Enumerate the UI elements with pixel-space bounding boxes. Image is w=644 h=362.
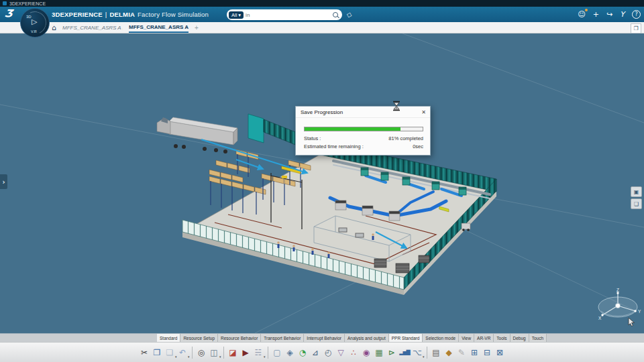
hierarchy-icon[interactable]: ⌥▾ xyxy=(412,345,423,359)
search-bar[interactable]: All ▾ xyxy=(227,9,342,20)
play-experience-icon[interactable]: ▶ xyxy=(240,345,252,359)
capture-camera-icon[interactable]: ▣ xyxy=(631,186,642,197)
dialog-titlebar[interactable]: Save Progression ✕ xyxy=(296,107,430,118)
dropdown-caret[interactable]: ▾ xyxy=(188,355,190,359)
undo-icon[interactable]: ↶▾ xyxy=(177,345,189,359)
snapshot-window-icon[interactable]: ▢ xyxy=(272,345,283,359)
gauge-icon[interactable]: ◴ xyxy=(323,345,334,359)
ribbon-tab-ppr-standard[interactable]: PPR Standard xyxy=(389,334,423,342)
undo-icon-glyph: ↶ xyxy=(179,348,186,357)
molecule-flow-icon-glyph: ∴ xyxy=(351,348,356,357)
molecule-flow-icon[interactable]: ∴ xyxy=(348,345,360,359)
ribbon-tab-resource-setup[interactable]: Resource Setup xyxy=(180,334,218,342)
dialog-body: Status : 81% completed Estimated time re… xyxy=(296,118,430,155)
brand-platform: 3DEXPERIENCE xyxy=(52,11,103,18)
db-export-sync-icon-glyph: ⊠ xyxy=(496,348,503,357)
help-icon[interactable]: ? xyxy=(632,10,641,19)
panel-expander-chevron[interactable]: › xyxy=(0,174,7,189)
media-layers-icon[interactable]: ❏ xyxy=(631,198,642,209)
toolbar-icons: ✂❐❏▾↶▾◎◫▾◪▶☵▾▢◈◔⊿◴▽∴◉▦⊳▂▅▇⌥▾▤◆✎⊞⊟⊠ xyxy=(0,342,644,362)
bar-chart-icon[interactable]: ▂▅▇ xyxy=(399,345,411,359)
ribbon-tab-ar-vr[interactable]: AR-VR xyxy=(474,334,494,342)
play-report-icon-glyph: ⊳ xyxy=(388,348,395,357)
filter-funnel-icon-glyph: ▽ xyxy=(337,348,343,357)
db-export-remove-icon[interactable]: ⊟ xyxy=(482,345,493,359)
zoom-search-icon[interactable]: ◎ xyxy=(196,345,207,359)
gauge-icon-glyph: ◴ xyxy=(325,348,331,357)
search-input[interactable] xyxy=(244,12,333,18)
line-chart-icon[interactable]: ⊿ xyxy=(310,345,321,359)
db-export-remove-icon-glyph: ⊟ xyxy=(484,348,490,357)
snapshot-window-icon-glyph: ▢ xyxy=(273,348,280,357)
db-export-add-icon[interactable]: ⊞ xyxy=(469,345,480,359)
new-tab-button[interactable]: + xyxy=(195,24,199,32)
media-publish-icon[interactable]: ◪ xyxy=(227,345,239,359)
machine-behavior-icon[interactable]: ☵▾ xyxy=(253,345,264,359)
cube-token-icon[interactable]: ◆ xyxy=(443,345,455,359)
dropdown-caret[interactable]: ▾ xyxy=(264,355,266,359)
filter-funnel-icon[interactable]: ▽ xyxy=(335,345,347,359)
ribbon-tab-interrupt-behavior[interactable]: Interrupt Behavior xyxy=(304,334,345,342)
copy-icon[interactable]: ❐ xyxy=(152,345,163,359)
home-icon[interactable]: ⌂ xyxy=(52,24,56,32)
cut-icon-glyph: ✂ xyxy=(141,348,148,357)
monitor-icon[interactable]: ▤ xyxy=(431,345,442,359)
tag-icon[interactable]: ◇ xyxy=(346,10,353,19)
teal-wall-panel xyxy=(248,114,264,143)
search-scope-dropdown[interactable]: All ▾ xyxy=(229,11,244,19)
eta-label: Estimated time remaining : xyxy=(304,143,364,149)
catalog-browser-icon-glyph: ◫ xyxy=(210,348,217,357)
ribbon-tab-resource-behavior[interactable]: Resource Behavior xyxy=(218,334,261,342)
db-export-sync-icon[interactable]: ⊠ xyxy=(494,345,506,359)
axis-x-label: X xyxy=(598,316,602,320)
paste-icon[interactable]: ❏▾ xyxy=(164,345,176,359)
tab-mffs-crane-asrs-a[interactable]: MFFS_CRANE_ASRS A xyxy=(129,22,189,33)
cut-icon[interactable]: ✂ xyxy=(139,345,150,359)
ribbon-tab-view[interactable]: View xyxy=(459,334,474,342)
community-icon[interactable]: Y xyxy=(620,10,625,19)
search-icon[interactable] xyxy=(333,12,338,17)
tab-mffs-crane-asrs-a-explore[interactable]: MFFS_CRANE_ASRS A (Explo xyxy=(62,25,123,31)
ribbon-tab-transport-behavior[interactable]: Transport Behavior xyxy=(261,334,304,342)
pie-report-icon[interactable]: ◔ xyxy=(297,345,309,359)
ribbon-tab-analysis-and-output[interactable]: Analysis and output xyxy=(345,334,389,342)
status-label: Status : xyxy=(304,135,321,141)
dassault-3ds-logo: Ʒ xyxy=(3,7,13,19)
progress-track xyxy=(304,127,423,131)
worker-analysis-icon-glyph: ◉ xyxy=(363,348,370,357)
ribbon-tab-standard[interactable]: Standard xyxy=(157,334,180,342)
ribbon-tab-tools[interactable]: Tools xyxy=(494,334,510,342)
3dexperience-compass-button[interactable]: 3D ▷ V.R xyxy=(20,8,50,38)
filter-edit-icon[interactable]: ✎ xyxy=(456,345,468,359)
chevron-down-icon: ▾ xyxy=(238,12,241,18)
compass-3d-label: 3D xyxy=(26,15,32,19)
status-value: 81% completed xyxy=(388,135,423,141)
document-tabbar: ⌂ MFFS_CRANE_ASRS A (Explo MFFS_CRANE_AS… xyxy=(0,22,644,34)
add-content-icon[interactable]: + xyxy=(593,10,599,19)
3d-viewport[interactable]: › ▣ ❏ Save Progression ✕ Status : 81% co… xyxy=(0,34,644,333)
catalog-browser-icon[interactable]: ◫▾ xyxy=(209,345,220,359)
export-3d-icon[interactable]: ◈ xyxy=(284,345,296,359)
notification-badge xyxy=(585,9,588,11)
ribbon-tab-touch[interactable]: Touch xyxy=(529,334,547,342)
share-icon[interactable]: ↪ xyxy=(606,10,612,19)
play-experience-icon-glyph: ▶ xyxy=(242,348,248,357)
dropdown-caret[interactable]: ▾ xyxy=(219,355,221,359)
ribbon-tab-debug[interactable]: Debug xyxy=(511,334,529,342)
dropdown-caret[interactable]: ▾ xyxy=(423,355,425,359)
save-progression-dialog: Save Progression ✕ Status : 81% complete… xyxy=(295,106,431,156)
filter-edit-icon-glyph: ✎ xyxy=(458,348,465,357)
worker-analysis-icon[interactable]: ◉ xyxy=(361,345,372,359)
appbar-right-icons: ☺+↪Y? xyxy=(578,7,641,22)
toolbar-separator xyxy=(268,347,268,359)
table-grid-icon[interactable]: ▦ xyxy=(374,345,385,359)
close-icon[interactable]: ✕ xyxy=(421,110,426,115)
ribbon-tab-selection-mode[interactable]: Selection mode xyxy=(423,334,459,342)
fullscreen-icon[interactable]: ❐ xyxy=(631,23,641,34)
account-icon[interactable]: ☺ xyxy=(578,10,585,19)
play-report-icon[interactable]: ⊳ xyxy=(386,345,398,359)
app-window-icon xyxy=(3,1,7,5)
search-scope-label: All xyxy=(231,12,237,18)
export-3d-icon-glyph: ◈ xyxy=(286,348,292,357)
table-grid-icon-glyph: ▦ xyxy=(375,348,382,357)
